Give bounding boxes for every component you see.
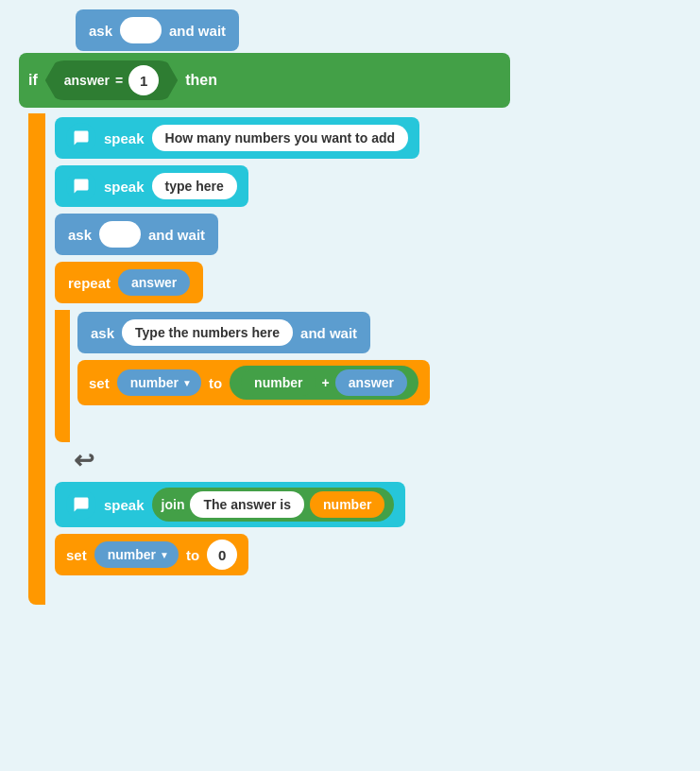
speak-2-label: speak <box>104 179 145 195</box>
orange-repeat-bar <box>55 310 70 442</box>
and-wait-2-label: and wait <box>148 227 205 243</box>
set-final-label: set <box>66 547 87 563</box>
ask-2-label: ask <box>68 227 92 243</box>
speak-2-message[interactable]: type here <box>152 173 237 199</box>
ask-input-oval[interactable] <box>120 17 162 43</box>
number-pill-final[interactable]: number <box>310 491 384 518</box>
ask-inner-block[interactable]: ask Type the numbers here and wait <box>77 312 370 353</box>
speak-1-row: speak How many numbers you want to add <box>55 117 430 159</box>
speak-1-label: speak <box>104 130 145 146</box>
speak-final-label: speak <box>104 497 145 513</box>
speak-final-block[interactable]: speak join The answer is number <box>55 482 405 527</box>
number-dropdown-1[interactable]: number ▼ <box>117 369 201 396</box>
repeat-block[interactable]: repeat answer <box>55 262 203 303</box>
speak-1-block[interactable]: speak How many numbers you want to add <box>55 117 419 159</box>
orange-left-bar <box>28 113 45 605</box>
ask-wait-top-puzzle[interactable]: ask and wait <box>76 9 239 51</box>
speech-icon-1 <box>66 123 96 153</box>
ask-inner-row: ask Type the numbers here and wait <box>77 312 430 353</box>
ask-inner-label: ask <box>91 325 114 341</box>
arrow-row: ↩ <box>74 446 430 475</box>
speech-icon-2 <box>66 171 96 201</box>
set-inner-block[interactable]: set number ▼ to number + answer <box>77 360 430 405</box>
ask-2-oval[interactable] <box>99 221 141 248</box>
repeat-body-wrapper: ask Type the numbers here and wait set n… <box>55 310 430 442</box>
number-pill-math[interactable]: number <box>241 369 316 396</box>
if-label: if <box>28 72 38 89</box>
set-final-row: set number ▼ to 0 <box>55 534 430 575</box>
and-wait-label: and wait <box>169 23 226 39</box>
repeat-label: repeat <box>68 275 111 291</box>
and-wait-inner-label: and wait <box>300 325 357 341</box>
if-block-row: if answer = 1 then <box>19 53 681 111</box>
ask-wait-top-block: ask and wait <box>76 9 681 51</box>
if-block[interactable]: if answer = 1 then <box>19 53 510 108</box>
speak-2-block[interactable]: speak type here <box>55 165 248 207</box>
plus-sign: + <box>321 375 329 390</box>
loop-arrow-icon: ↩ <box>74 446 94 475</box>
speech-icon-final <box>66 489 96 520</box>
set-final-block[interactable]: set number ▼ to 0 <box>55 534 248 575</box>
if-nested-content: speak How many numbers you want to add s… <box>55 113 430 605</box>
ask-wait-2-row: ask and wait <box>55 214 430 255</box>
ask-wait-2-block[interactable]: ask and wait <box>55 214 218 255</box>
number-dropdown-final[interactable]: number ▼ <box>94 541 179 568</box>
answer-pill-math[interactable]: answer <box>335 369 407 396</box>
to-label-inner: to <box>209 375 222 391</box>
set-inner-label: set <box>89 375 110 391</box>
repeat-block-row: repeat answer <box>55 262 430 303</box>
if-body-wrapper: speak How many numbers you want to add s… <box>19 113 681 605</box>
equals-sign: = <box>115 73 123 88</box>
zero-pill[interactable]: 0 <box>207 540 237 570</box>
join-block[interactable]: join The answer is number <box>152 488 395 522</box>
speak-final-row: speak join The answer is number <box>55 482 430 527</box>
scratch-workspace: ask and wait if answer = 1 then <box>0 0 700 614</box>
ask-inner-prompt[interactable]: Type the numbers here <box>122 319 293 346</box>
dropdown-arrow-1: ▼ <box>182 378 192 388</box>
condition-shape[interactable]: answer = 1 <box>45 60 178 100</box>
repeat-answer-pill[interactable]: answer <box>118 269 190 296</box>
speak-1-message[interactable]: How many numbers you want to add <box>152 125 408 151</box>
set-inner-row: set number ▼ to number + answer <box>77 360 430 405</box>
value-pill[interactable]: 1 <box>128 65 159 95</box>
join-label: join <box>162 497 185 512</box>
the-answer-is-pill[interactable]: The answer is <box>190 491 304 518</box>
dropdown-arrow-final: ▼ <box>160 550 169 560</box>
ask-label: ask <box>89 23 112 39</box>
then-label: then <box>185 72 217 89</box>
repeat-nested-content: ask Type the numbers here and wait set n… <box>77 310 430 442</box>
answer-label-condition: answer <box>64 73 110 88</box>
math-block[interactable]: number + answer <box>230 366 418 400</box>
speak-2-row: speak type here <box>55 165 430 207</box>
to-label-final: to <box>186 547 199 563</box>
